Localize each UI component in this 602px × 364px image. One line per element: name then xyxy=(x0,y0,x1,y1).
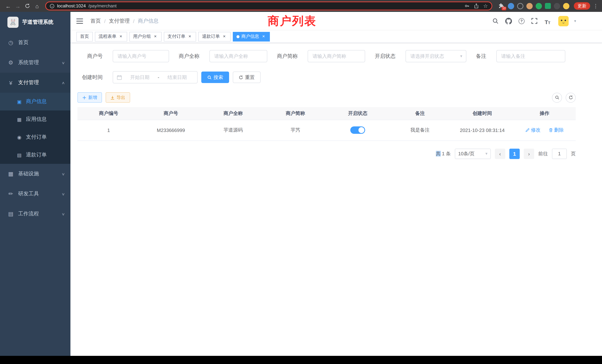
back-button[interactable]: ← xyxy=(4,1,13,10)
date-start-field[interactable]: 开始日期 xyxy=(123,74,156,81)
tab-pay-orders[interactable]: 支付订单 × xyxy=(164,32,196,41)
short-name-input[interactable] xyxy=(308,50,365,62)
breadcrumb-item[interactable]: 支付管理 xyxy=(109,18,130,24)
breadcrumb-item[interactable]: 首页 xyxy=(90,18,101,24)
sidebar-item-merchant-info[interactable]: ▣ 商户信息 xyxy=(0,93,70,110)
header-search-icon[interactable] xyxy=(492,17,499,25)
tab-refund-orders[interactable]: 退款订单 × xyxy=(198,32,231,41)
address-bar[interactable]: localhost:1024/pay/merchant ☆ xyxy=(45,1,492,10)
status-toggle[interactable] xyxy=(350,126,365,134)
password-key-icon[interactable] xyxy=(465,3,470,9)
plus-icon xyxy=(82,96,86,99)
remark-input[interactable] xyxy=(496,50,565,62)
reset-button[interactable]: 重置 xyxy=(233,72,261,83)
col-header: 创建时间 xyxy=(451,107,513,120)
share-icon[interactable] xyxy=(474,3,479,9)
tab-merchant-info[interactable]: 商户信息 × xyxy=(233,32,270,41)
chevron-down-icon: ∨ xyxy=(61,192,65,196)
page-number-button[interactable]: 1 xyxy=(509,149,520,159)
extension-icon[interactable] xyxy=(563,3,569,9)
bookmark-star-icon[interactable]: ☆ xyxy=(483,3,488,9)
cell-remark: 我是备注 xyxy=(389,120,451,140)
sidebar-item-system[interactable]: ⚙ 系统管理 ∨ xyxy=(0,53,70,73)
extension-icon[interactable] xyxy=(517,3,523,9)
logo-avatar: 🐰 xyxy=(7,17,19,28)
sidebar-item-dev-tools[interactable]: ✏ 研发工具 ∨ xyxy=(0,184,70,204)
filter-actions: 搜索 重置 xyxy=(201,72,261,83)
extension-icon[interactable] xyxy=(508,3,514,9)
extension-icon[interactable] xyxy=(536,3,542,9)
full-name-input[interactable] xyxy=(209,50,267,62)
extensions-puzzle-icon[interactable]: 10 xyxy=(497,2,505,10)
search-button[interactable]: 搜索 xyxy=(201,72,229,83)
col-header: 备注 xyxy=(389,107,451,120)
browser-menu-icon[interactable]: ⋮ xyxy=(593,3,598,9)
sidebar-item-refund-orders[interactable]: ▤ 退款订单 xyxy=(0,146,70,164)
site-info-icon[interactable] xyxy=(50,3,54,8)
sidebar-item-workflow[interactable]: ▤ 工作流程 ∨ xyxy=(0,204,70,224)
navbar-actions: ? TT ▾ xyxy=(492,16,576,26)
close-icon[interactable]: × xyxy=(153,34,158,39)
chevron-down-icon: ∨ xyxy=(61,172,65,176)
fullscreen-icon[interactable] xyxy=(531,17,538,25)
add-button[interactable]: 新增 xyxy=(77,92,102,103)
sidebar-toggle-icon[interactable] xyxy=(76,17,84,25)
pagination-total: 共 1 条 xyxy=(436,150,451,157)
table-row: 1 M233666999 芋道源码 芋艿 我是备注 2021-10-23 08:… xyxy=(77,120,576,140)
search-icon xyxy=(207,75,212,79)
infrastructure-icon: ▦ xyxy=(7,171,14,177)
app-grid-icon: ▦ xyxy=(16,117,22,122)
filter-remark: 备注 xyxy=(476,50,565,62)
tags-view-bar: 首页 流程表单 × 用户分组 × 支付订单 × 退款订单 × xyxy=(70,30,602,43)
close-icon[interactable]: × xyxy=(187,34,192,39)
user-menu-caret-icon[interactable]: ▾ xyxy=(574,19,576,23)
navbar: 首页 / 支付管理 / 商户信息 商户列表 ? xyxy=(70,12,602,30)
forward-button[interactable]: → xyxy=(13,1,22,10)
app-logo: 🐰 芋道管理系统 xyxy=(0,12,70,33)
breadcrumb-current: 商户信息 xyxy=(138,18,159,24)
user-avatar[interactable] xyxy=(558,16,569,26)
date-separator: - xyxy=(158,75,159,80)
extension-icon[interactable] xyxy=(545,3,551,9)
filter-short-name: 商户简称 xyxy=(277,50,365,62)
sidebar-item-payment[interactable]: ¥ 支付管理 ∧ xyxy=(0,73,70,93)
extension-icon[interactable] xyxy=(526,3,533,9)
tab-user-group[interactable]: 用户分组 × xyxy=(129,32,162,41)
close-icon[interactable]: × xyxy=(118,34,123,39)
refresh-table-button[interactable] xyxy=(566,93,576,103)
url-path: /pay/merchant xyxy=(88,3,117,9)
toggle-search-button[interactable] xyxy=(552,93,562,103)
date-range-picker[interactable]: 开始日期 - 结束日期 xyxy=(113,71,198,83)
sidebar-item-pay-orders[interactable]: ◉ 支付订单 xyxy=(0,128,70,146)
download-icon xyxy=(110,96,115,99)
sidebar-item-home[interactable]: ◷ 首页 xyxy=(0,33,70,53)
next-page-button[interactable]: › xyxy=(524,149,534,159)
github-icon[interactable] xyxy=(505,17,512,25)
chevron-down-icon: ▾ xyxy=(485,151,487,156)
sidebar-item-label: 支付订单 xyxy=(26,134,47,140)
browser-update-button[interactable]: 更新 xyxy=(574,2,590,10)
tab-process-form[interactable]: 流程表单 × xyxy=(95,32,127,41)
status-select[interactable]: 请选择开启状态 ▾ xyxy=(406,50,466,62)
merchant-no-input[interactable] xyxy=(113,50,169,62)
tools-icon: ✏ xyxy=(7,191,14,197)
date-end-field[interactable]: 结束日期 xyxy=(161,74,194,81)
reload-button[interactable] xyxy=(23,1,32,10)
extension-icon[interactable] xyxy=(554,3,560,9)
sidebar-item-app-info[interactable]: ▦ 应用信息 xyxy=(0,110,70,128)
cell-create-time: 2021-10-23 08:31:14 xyxy=(451,120,513,140)
tab-home[interactable]: 首页 xyxy=(76,32,93,41)
close-icon[interactable]: × xyxy=(261,34,266,39)
goto-page-input[interactable] xyxy=(552,149,567,159)
edit-link[interactable]: 修改 xyxy=(525,127,540,133)
help-icon[interactable]: ? xyxy=(518,17,525,25)
font-size-icon[interactable]: TT xyxy=(544,17,551,25)
cell-status xyxy=(327,120,389,140)
delete-link[interactable]: 删除 xyxy=(549,127,564,133)
page-size-select[interactable]: 10条/页 ▾ xyxy=(455,149,491,159)
home-button[interactable]: ⌂ xyxy=(33,1,42,10)
export-button[interactable]: 导出 xyxy=(106,92,130,103)
sidebar-item-infrastructure[interactable]: ▦ 基础设施 ∨ xyxy=(0,164,70,184)
close-icon[interactable]: × xyxy=(222,34,227,39)
prev-page-button[interactable]: ‹ xyxy=(495,149,505,159)
